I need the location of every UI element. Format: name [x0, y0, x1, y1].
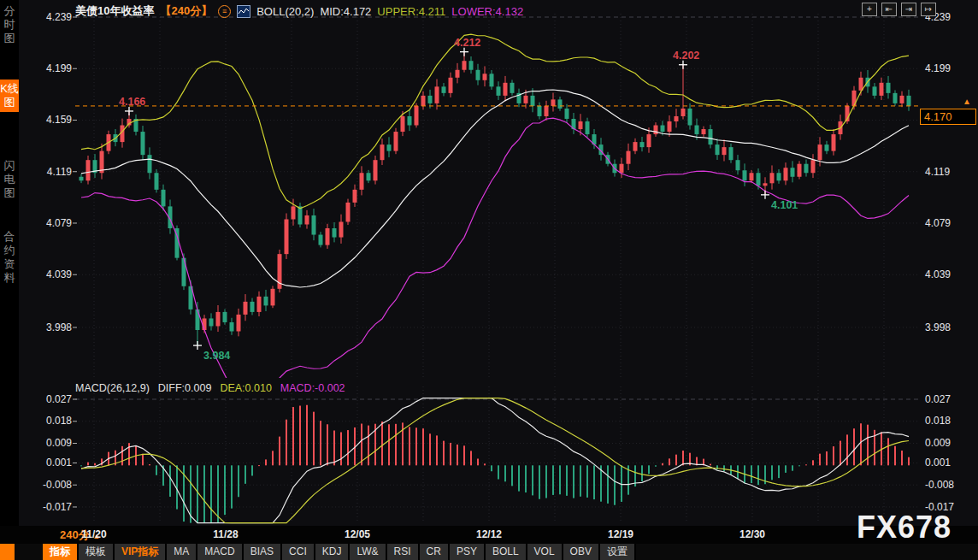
candle-body	[688, 109, 692, 126]
macd-histogram-bar	[203, 465, 205, 522]
candle-body	[538, 106, 542, 116]
candle-body	[531, 96, 535, 106]
toolbar-item-template[interactable]: 模板	[79, 544, 115, 560]
macd-axis-label: 0.027	[24, 393, 72, 405]
candle-body	[907, 96, 911, 106]
toolbar-item-indicator[interactable]: 指标	[43, 544, 79, 560]
toolbar-item-lw[interactable]: LW&	[350, 544, 386, 560]
sidebar-item-flash-chart[interactable]: 闪电图	[0, 156, 19, 203]
macd-histogram-bar	[286, 420, 287, 466]
macd-histogram-bar	[887, 438, 889, 465]
sidebar-item-contract-info[interactable]: 合约资料	[0, 227, 19, 287]
chart-plot-area[interactable]: 4.1663.9844.2124.2024.101	[0, 0, 978, 560]
macd-histogram-bar	[504, 465, 506, 481]
candle-body	[141, 132, 145, 155]
fit-right-icon[interactable]: ⇥	[901, 3, 916, 16]
go-latest-icon[interactable]: ↦	[921, 3, 936, 16]
trading-app-window: 分时图 K线图 闪电图 合约资料 美债10年收益率 【240分】 ≡ BOLL(…	[0, 0, 978, 560]
toolbar-item-obv[interactable]: OBV	[563, 544, 600, 560]
candle-body	[162, 190, 166, 207]
toolbar-item-ma[interactable]: MA	[167, 544, 197, 560]
macd-histogram-bar	[142, 454, 144, 465]
sidebar-item-label: 合约资料	[4, 230, 15, 284]
macd-histogram-bar	[826, 451, 828, 465]
candle-body	[367, 173, 371, 180]
candle-body	[380, 144, 385, 160]
macd-histogram-bar	[224, 465, 226, 515]
toolbar-item-vip-indicator[interactable]: VIP指标	[115, 544, 167, 560]
candle-body	[565, 109, 569, 119]
chart-header: 美债10年收益率 【240分】 ≡ BOLL(20,2) MID:4.172 U…	[75, 4, 523, 18]
chart-type-sidebar: 分时图 K线图 闪电图 合约资料	[0, 0, 19, 526]
macd-diff-line	[81, 398, 909, 523]
macd-histogram-bar	[443, 441, 445, 466]
candle-body	[182, 258, 186, 286]
candle-body	[483, 74, 487, 80]
macd-histogram-bar	[470, 451, 472, 465]
macd-histogram-bar	[593, 465, 595, 499]
candle-body	[504, 83, 508, 96]
price-marker-label: 4.202	[673, 50, 699, 62]
toolbar-item-vol[interactable]: VOL	[527, 544, 563, 560]
macd-histogram-bar	[675, 455, 677, 466]
annotation-layer: 4.1663.9844.2124.2024.101	[75, 37, 920, 362]
macd-histogram-bar	[559, 465, 561, 494]
x-axis-date: 11/28	[207, 528, 244, 540]
macd-axis-label: 0.018	[24, 415, 72, 427]
toolbar-item-kdj[interactable]: KDJ	[315, 544, 351, 560]
hamburger-circle-icon[interactable]: ≡	[218, 5, 231, 18]
macd-histogram-bar	[539, 465, 540, 498]
sidebar-item-time-chart[interactable]: 分时图	[0, 2, 19, 48]
toolbar-item-boll[interactable]: BOLL	[486, 544, 527, 560]
candle-body	[709, 129, 713, 144]
candle-body	[339, 221, 344, 237]
macd-histogram-bar	[436, 435, 438, 465]
candle-body	[873, 86, 877, 96]
candle-body	[586, 121, 590, 134]
toolbar-item-macd[interactable]: MACD	[197, 544, 243, 560]
macd-histogram-bar	[840, 441, 841, 466]
macd-histogram-bar	[798, 465, 800, 466]
macd-histogram-bar	[648, 465, 650, 474]
candle-body	[333, 228, 337, 238]
candle-body	[818, 144, 822, 160]
candle-body	[497, 86, 501, 96]
macd-histogram-bar	[484, 463, 486, 465]
x-axis-date: 12/19	[602, 528, 639, 540]
y-axis-label: 4.039	[24, 268, 72, 280]
price-marker-label: 4.101	[771, 199, 798, 211]
candle-body	[428, 96, 433, 103]
fx678-watermark: FX678	[857, 510, 951, 545]
toolbar-item-cr[interactable]: CR	[420, 544, 450, 560]
candle-body	[469, 61, 474, 70]
macd-histogram-bar	[87, 463, 89, 466]
candle-body	[326, 228, 330, 245]
candle-body	[763, 183, 768, 186]
macd-histogram-bar	[607, 465, 609, 504]
candle-body	[524, 96, 528, 103]
candle-body	[675, 116, 679, 121]
macd-histogram-bar	[655, 465, 657, 466]
boll-mid-value: MID:4.172	[320, 5, 371, 18]
macd-histogram-bar	[812, 460, 814, 465]
candle-body	[394, 132, 398, 151]
toolbar-item-rsi[interactable]: RSI	[387, 544, 420, 560]
sidebar-item-label: 分时图	[4, 4, 15, 44]
y-axis-label: 4.239	[24, 11, 72, 23]
last-price-tag: 4.170	[920, 109, 976, 125]
y-axis-label: 4.039	[925, 268, 975, 280]
candle-body	[695, 126, 699, 135]
toolbar-item-cci[interactable]: CCI	[282, 544, 315, 560]
toolbar-item-psy[interactable]: PSY	[450, 544, 486, 560]
macd-macd-value: MACD:-0.002	[280, 382, 345, 394]
fit-left-icon[interactable]: ⇤	[881, 3, 897, 16]
macd-histogram-bar	[641, 465, 643, 481]
candle-body	[216, 312, 221, 327]
crosshair-move-icon[interactable]: +	[862, 3, 877, 16]
chart-tool-buttons: + ⇤ ⇥ ↦	[862, 3, 936, 16]
sidebar-item-kline-chart[interactable]: K线图	[0, 80, 19, 112]
toolbar-item-bias[interactable]: BIAS	[244, 544, 282, 560]
toolbar-item-settings[interactable]: 设置	[600, 544, 636, 560]
macd-histogram-bar	[156, 465, 157, 475]
x-axis-row: 240分 ▲ 11/20 11/28 12/05 12/12 12/19 12/…	[0, 526, 978, 544]
